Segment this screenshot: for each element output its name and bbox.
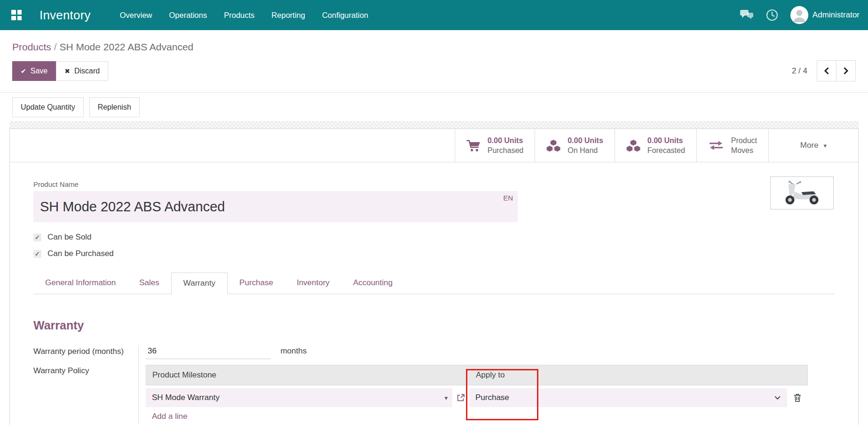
warranty-policy-field: Product Milestone Apply to SH Mode Warra… [138, 359, 835, 425]
can-be-sold-row: ✓ Can be Sold [33, 233, 835, 242]
purchased-value: 0.00 Units [488, 136, 524, 145]
product-moves-stat-button[interactable]: Product Moves [696, 129, 768, 162]
can-be-sold-checkbox[interactable]: ✓ [33, 233, 41, 241]
product-name-label: Product Name [33, 180, 835, 188]
forecasted-label: Forecasted [647, 145, 685, 155]
menu-item-overview[interactable]: Overview [120, 11, 152, 20]
close-icon: ✖ [64, 66, 70, 76]
user-menu[interactable]: Administrator [790, 6, 860, 24]
product-milestone-cell: SH Mode Warranty ▾ [146, 388, 469, 407]
purchased-label: Purchased [488, 145, 524, 155]
topbar-right: Administrator [740, 6, 868, 24]
warranty-period-input[interactable]: 36 [146, 345, 271, 359]
menu-item-configuration[interactable]: Configuration [322, 11, 368, 20]
table-row: SH Mode Warranty ▾ [146, 388, 808, 407]
product-name-input[interactable]: SH Mode 2022 ABS Advanced EN [33, 191, 518, 222]
odoo-inventory-product-page: Inventory Overview Operations Products R… [0, 0, 868, 425]
breadcrumb-separator: / [54, 41, 57, 52]
can-be-sold-label: Can be Sold [47, 233, 92, 242]
messages-icon[interactable] [740, 10, 754, 21]
forecasted-value: 0.00 Units [647, 136, 685, 145]
on-hand-value: 0.00 Units [568, 136, 603, 145]
menu-item-reporting[interactable]: Reporting [271, 11, 305, 20]
notebook-tabs: General Information Sales Warranty Purch… [33, 273, 835, 294]
product-milestone-input[interactable]: SH Mode Warranty ▾ [146, 388, 452, 407]
breadcrumb: Products / SH Mode 2022 ABS Advanced [0, 30, 868, 53]
sheet-body: Product Name SH Mode 2022 ABS Advanced E… [10, 162, 858, 425]
apps-grid-icon[interactable] [11, 10, 22, 20]
discard-button[interactable]: ✖ Discard [56, 61, 108, 81]
breadcrumb-products-link[interactable]: Products [12, 41, 51, 52]
product-moves-line2: Moves [731, 145, 757, 155]
select-chevron-icon [774, 396, 781, 400]
cubes-icon [546, 139, 560, 152]
apply-to-select[interactable]: Purchase [469, 388, 787, 407]
forecasted-stat-button[interactable]: 0.00 Units Forecasted [615, 129, 696, 162]
replenish-button[interactable]: Replenish [89, 97, 140, 117]
tab-purchase[interactable]: Purchase [228, 273, 285, 294]
trash-icon [794, 393, 801, 402]
column-header-apply-to: Apply to [470, 370, 788, 380]
action-buttons-row: Update Quantity Replenish [0, 93, 868, 121]
pager-buttons [817, 60, 856, 81]
product-flags: ✓ Can be Sold ✓ Can be Purchased [33, 233, 835, 258]
tab-inventory[interactable]: Inventory [285, 273, 341, 294]
cart-icon [466, 139, 481, 152]
on-hand-label: On Hand [568, 145, 603, 155]
avatar [790, 6, 808, 24]
can-be-purchased-label: Can be Purchased [47, 249, 114, 258]
language-badge[interactable]: EN [503, 194, 513, 202]
warranty-field-group: Warranty period (months) 36 months Warra… [33, 345, 835, 425]
check-icon: ✔ [21, 66, 26, 76]
warranty-tab-content: Warranty Warranty period (months) 36 mon… [33, 294, 835, 425]
top-menu: Overview Operations Products Reporting C… [120, 11, 368, 20]
dropdown-caret-icon[interactable]: ▾ [444, 394, 448, 401]
breadcrumb-current: SH Mode 2022 ABS Advanced [59, 41, 193, 52]
on-hand-stat-button[interactable]: 0.00 Units On Hand [535, 129, 615, 162]
warranty-policy-table: Product Milestone Apply to SH Mode Warra… [146, 365, 808, 421]
activities-clock-icon[interactable] [766, 9, 778, 21]
internal-link-button[interactable] [452, 388, 469, 407]
menu-item-operations[interactable]: Operations [169, 11, 207, 20]
tab-warranty[interactable]: Warranty [171, 273, 228, 294]
can-be-purchased-row: ✓ Can be Purchased [33, 249, 835, 258]
product-image[interactable] [770, 176, 834, 209]
save-button[interactable]: ✔ Save [12, 61, 56, 81]
chevron-down-icon: ▾ [824, 142, 827, 149]
more-dropdown-button[interactable]: More ▾ [768, 129, 858, 162]
control-panel: ✔ Save ✖ Discard 2 / 4 [12, 60, 856, 81]
warranty-section-title: Warranty [33, 319, 835, 332]
pager-next-button[interactable] [836, 60, 856, 81]
stat-row-spacer [10, 129, 455, 162]
warranty-period-suffix: months [280, 346, 307, 355]
tab-sales[interactable]: Sales [127, 273, 171, 294]
tab-general-information[interactable]: General Information [33, 273, 127, 294]
warranty-policy-label: Warranty Policy [33, 359, 138, 425]
external-link-icon [457, 394, 465, 401]
warranty-period-label: Warranty period (months) [33, 345, 138, 359]
menu-item-products[interactable]: Products [224, 11, 254, 20]
cubes-icon [626, 139, 640, 152]
edit-buttons-group: ✔ Save ✖ Discard [12, 61, 108, 81]
column-header-product-milestone: Product Milestone [146, 370, 470, 380]
form-sheet: 0.00 Units Purchased 0.00 Units [9, 128, 859, 425]
top-navbar: Inventory Overview Operations Products R… [0, 0, 868, 30]
tab-accounting[interactable]: Accounting [341, 273, 404, 294]
table-header-row: Product Milestone Apply to [146, 365, 808, 385]
record-pager: 2 / 4 [792, 60, 856, 81]
exchange-arrows-icon [708, 140, 724, 151]
product-moves-line1: Product [731, 136, 757, 145]
warranty-period-field: 36 months [138, 345, 835, 359]
update-quantity-button[interactable]: Update Quantity [12, 97, 84, 117]
can-be-purchased-checkbox[interactable]: ✓ [33, 250, 41, 258]
pager-previous-button[interactable] [817, 60, 836, 81]
scooter-image [778, 181, 827, 205]
form-background: 0.00 Units Purchased 0.00 Units [9, 121, 859, 425]
add-a-line-link[interactable]: Add a line [146, 412, 808, 421]
app-title[interactable]: Inventory [39, 8, 91, 23]
stat-button-row: 0.00 Units Purchased 0.00 Units [10, 129, 858, 162]
purchased-stat-button[interactable]: 0.00 Units Purchased [455, 129, 535, 162]
user-name: Administrator [813, 10, 860, 20]
pager-count: 2 / 4 [792, 66, 807, 76]
delete-row-button[interactable] [787, 388, 808, 407]
